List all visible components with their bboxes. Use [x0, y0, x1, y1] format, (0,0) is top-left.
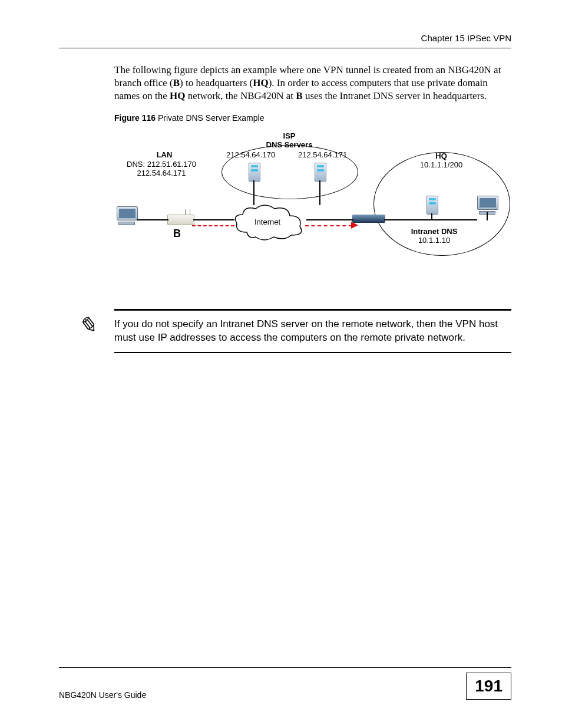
router-icon	[167, 215, 194, 225]
lan-title: LAN	[157, 150, 173, 159]
bold-hq: HQ	[253, 77, 268, 88]
page-footer: NBG420N User's Guide 191	[59, 667, 511, 700]
pc-icon	[117, 206, 137, 223]
hq-drop-2	[487, 212, 488, 220]
router-cloud-line	[193, 219, 234, 220]
text: uses the Intranet DNS server in headquar…	[303, 90, 487, 101]
page-header: Chapter 15 IPSec VPN	[59, 33, 511, 53]
vpn-tunnel-line	[305, 225, 352, 226]
hq-drop-1	[431, 213, 432, 220]
isp-ip-right: 212.54.64.171	[298, 151, 347, 160]
isp-label: ISP DNS Servers	[263, 132, 316, 150]
chapter-label: Chapter 15 IPSec VPN	[59, 33, 511, 43]
isp-subtitle: DNS Servers	[266, 140, 313, 149]
lan-dns2: 212.54.64.171	[137, 169, 186, 177]
lan-line	[137, 219, 168, 220]
note-icon: ✎	[78, 312, 97, 338]
footer-guide-title: NBG420N User's Guide	[59, 690, 146, 700]
hq-label-block: HQ 10.1.1.1/200	[409, 152, 474, 170]
hq-title: HQ	[435, 151, 447, 160]
note-rule-bottom	[114, 352, 511, 353]
figure-caption: Figure 116 Private DNS Server Example	[114, 113, 511, 123]
lan-dns1: DNS: 212.51.61.170	[127, 160, 196, 169]
isp-ip-left: 212.54.64.170	[226, 151, 275, 160]
cloud-switch-line	[306, 219, 353, 220]
note-block: ✎ If you do not specify an Intranet DNS …	[114, 309, 511, 353]
intro-paragraph: The following figure depicts an example …	[114, 64, 511, 103]
hq-ip: 10.1.1.1/200	[420, 160, 462, 169]
b-label: B	[173, 228, 181, 240]
text: ) to headquarters (	[180, 77, 253, 88]
lan-label-block: LAN	[135, 151, 194, 160]
lan-dns-block: DNS: 212.51.61.170 212.54.64.171	[114, 160, 209, 178]
intranet-dns-title: Intranet DNS	[411, 227, 458, 236]
note-text: If you do not specify an Intranet DNS se…	[114, 318, 511, 345]
bold-hq: HQ	[170, 90, 185, 101]
page-number: 191	[466, 673, 511, 700]
network-diagram: ISP DNS Servers 212.54.64.170 212.54.64.…	[114, 126, 511, 274]
isp-server-icon	[315, 163, 326, 182]
header-rule	[59, 48, 511, 48]
bold-b: B	[173, 77, 180, 88]
isp-title: ISP	[283, 131, 296, 140]
isp-line-right	[319, 180, 320, 205]
figure-title: Private DNS Server Example	[156, 113, 264, 123]
vpn-arrowhead-icon	[351, 222, 358, 229]
text: network, the NBG420N at	[185, 90, 296, 101]
pc-icon	[477, 196, 497, 212]
body-content: The following figure depicts an example …	[114, 64, 511, 297]
intranet-server-icon	[427, 196, 438, 215]
intranet-dns-ip: 10.1.1.10	[418, 236, 450, 245]
isp-line-left	[253, 180, 254, 205]
intranet-dns-block: Intranet DNS 10.1.1.10	[402, 228, 467, 245]
isp-server-icon	[249, 163, 260, 182]
footer-rule	[59, 667, 511, 668]
bold-b: B	[296, 90, 302, 101]
note-rule-top	[114, 309, 511, 311]
hq-internal-line	[384, 219, 477, 220]
vpn-tunnel-line	[192, 225, 234, 226]
figure-number: Figure 116	[114, 113, 156, 123]
internet-label: Internet	[254, 218, 280, 226]
